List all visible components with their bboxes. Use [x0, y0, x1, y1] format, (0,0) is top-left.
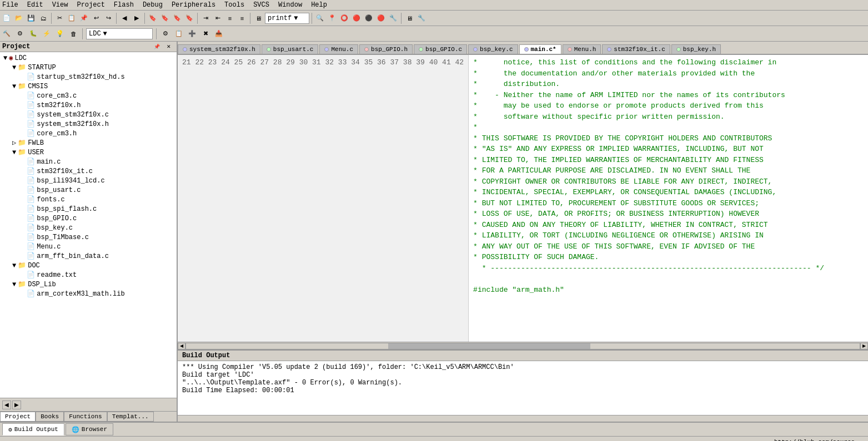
tree-item-fonts-c[interactable]: ▷📄fonts.c — [1, 195, 175, 204]
open-btn[interactable]: 📂 — [13, 12, 24, 24]
ldc-dropdown[interactable]: LDC ▼ — [86, 28, 153, 39]
code-content[interactable]: * notice, this list of conditions and th… — [469, 55, 868, 342]
tree-item-USER[interactable]: ▼📁USER — [1, 148, 175, 157]
copy-btn[interactable]: 📋 — [66, 12, 77, 24]
target-dropdown[interactable]: printf ▼ — [265, 13, 309, 24]
tab-Menu-h[interactable]: Menu.h — [563, 44, 601, 54]
tree-item-arm-fft-bin-data-c[interactable]: ▷📄arm_fft_bin_data.c — [1, 251, 175, 261]
tab-bsp-GPIO-c[interactable]: bsp_GPIO.c — [414, 44, 467, 54]
project-pin-btn[interactable]: 📌 — [151, 43, 162, 50]
menu-project[interactable]: Project — [77, 1, 104, 9]
tree-item-CMSIS[interactable]: ▼📁CMSIS — [1, 82, 175, 91]
proj-tab-Project[interactable]: Project — [0, 412, 36, 422]
tree-item-arm-cortexM3l-math-lib[interactable]: ▷📄arm_cortexM3l_math.lib — [1, 289, 175, 298]
menu-debug[interactable]: Debug — [143, 1, 163, 9]
scroll-left-btn[interactable]: ◀ — [178, 343, 185, 349]
navigate-back-btn[interactable]: ◀ — [119, 12, 130, 24]
proj-tab-Books[interactable]: Books — [36, 412, 64, 422]
add-btn[interactable]: ➕ — [187, 28, 198, 40]
debug-start-btn[interactable]: 🐛 — [28, 28, 39, 40]
build-scrollbar[interactable] — [178, 415, 868, 422]
menu-svcs[interactable]: SVCS — [253, 1, 269, 9]
undo-btn[interactable]: ↩ — [91, 12, 102, 24]
screen-btn[interactable]: 🖥 — [404, 12, 415, 24]
tree-item-core-cm3-c[interactable]: ▷📄core_cm3.c — [1, 91, 175, 100]
unindent-btn[interactable]: ⇤ — [212, 12, 223, 24]
tab-bsp-usart-c[interactable]: bsp_usart.c — [262, 44, 319, 54]
tree-item-bsp-ili9341-lcd-c[interactable]: ▷📄bsp_ili9341_lcd.c — [1, 176, 175, 185]
menu-edit[interactable]: Edit — [27, 1, 43, 9]
proj-tab-Functions[interactable]: Functions — [64, 412, 107, 422]
options-btn[interactable]: ⚙ — [160, 28, 171, 40]
horizontal-scrollbar[interactable]: ◀ ▶ — [178, 342, 868, 349]
tree-item-bsp-spi-flash-c[interactable]: ▷📄bsp_spi_flash.c — [1, 204, 175, 214]
menu-peripherals[interactable]: Peripherals — [172, 1, 215, 9]
bottom-tab-Build-Output[interactable]: ⚙Build Output — [2, 423, 64, 435]
tab-Menu-c[interactable]: Menu.c — [319, 44, 358, 54]
tab-bsp-key-h[interactable]: bsp_key.h — [671, 44, 721, 54]
redo-btn[interactable]: ↪ — [103, 12, 114, 24]
tab-main-c-[interactable]: main.c* — [519, 44, 561, 55]
search-btn[interactable]: 🔍 — [314, 12, 325, 24]
scroll-right-btn[interactable]: ▶ — [860, 343, 868, 349]
bookmark2-btn[interactable]: 🔖 — [159, 12, 170, 24]
tree-item-DSP-Lib[interactable]: ▼📁DSP_Lib — [1, 280, 175, 289]
tree-item-DOC[interactable]: ▼📁DOC — [1, 261, 175, 270]
paste-btn[interactable]: 📌 — [78, 12, 89, 24]
scroll-left-btn[interactable]: ◀ — [2, 401, 11, 409]
save-btn[interactable]: 💾 — [26, 12, 37, 24]
scrollbar-track[interactable] — [185, 343, 860, 349]
new-file-btn[interactable]: 📄 — [1, 12, 12, 24]
cut-btn[interactable]: ✂ — [54, 12, 65, 24]
tree-item-LDC[interactable]: ▼◉LDC — [1, 53, 175, 63]
save-all-btn[interactable]: 🗂 — [38, 12, 49, 24]
pin-btn[interactable]: 📍 — [327, 12, 338, 24]
menu-view[interactable]: View — [52, 1, 68, 9]
tab-system-stm32f10x-h[interactable]: system_stm32f10x.h — [178, 44, 260, 54]
tree-item-stm32f10x-it-c[interactable]: ▷📄stm32f10x_it.c — [1, 166, 175, 176]
tree-item-core-cm3-h[interactable]: ▷📄core_cm3.h — [1, 129, 175, 138]
tree-item-bsp-TiMbase-c[interactable]: ▷📄bsp_TiMbase.c — [1, 232, 175, 242]
tree-item-system-stm32f10x-c[interactable]: ▷📄system_stm32f10x.c — [1, 110, 175, 119]
tree-item-system-stm32f10x-h[interactable]: ▷📄system_stm32f10x.h — [1, 119, 175, 129]
col-align2-btn[interactable]: ≡ — [237, 12, 248, 24]
stop-btn[interactable]: 🔴 — [351, 12, 362, 24]
circle-btn[interactable]: ⭕ — [339, 12, 350, 24]
navigate-fwd-btn[interactable]: ▶ — [131, 12, 142, 24]
project-close-btn[interactable]: ✕ — [163, 43, 174, 50]
compile-btn[interactable]: ⚙ — [14, 28, 26, 40]
erase2-btn[interactable]: 🗑 — [68, 28, 79, 40]
tree-item-STARTUP[interactable]: ▼📁STARTUP — [1, 63, 175, 72]
import-btn[interactable]: 📥 — [213, 28, 224, 40]
tab-bsp-GPIO-h[interactable]: bsp_GPIO.h — [359, 44, 413, 54]
flash2-btn[interactable]: 💡 — [54, 28, 66, 40]
tree-item-FWLB[interactable]: ▷📁FWLB — [1, 138, 175, 148]
wrench-btn[interactable]: 🔧 — [416, 12, 427, 24]
tree-item-startup-stm32f10x-hd-s[interactable]: ▷📄startup_stm32f10x_hd.s — [1, 72, 175, 82]
bookmark3-btn[interactable]: 🔖 — [172, 12, 183, 24]
code-editor[interactable]: 21 22 23 24 25 26 27 28 29 30 31 32 33 3… — [178, 55, 868, 342]
erase-btn[interactable]: 🔴 — [375, 12, 387, 24]
tab-bsp-key-c[interactable]: bsp_key.c — [468, 44, 518, 54]
indent-btn[interactable]: ⇥ — [200, 12, 211, 24]
menu-flash[interactable]: Flash — [114, 1, 134, 9]
scrollbar-thumb[interactable] — [388, 343, 590, 349]
tree-item-bsp-GPIO-c[interactable]: ▷📄bsp_GPIO.c — [1, 214, 175, 223]
tree-item-bsp-key-c[interactable]: ▷📄bsp_key.c — [1, 223, 175, 232]
menu-file[interactable]: File — [2, 1, 18, 9]
manage-btn[interactable]: 📋 — [173, 28, 184, 40]
record-btn[interactable]: ⚫ — [363, 12, 374, 24]
tree-item-bsp-usart-c[interactable]: ▷📄bsp_usart.c — [1, 185, 175, 195]
menu-tools[interactable]: Tools — [224, 1, 244, 9]
tool-btn[interactable]: 🔧 — [388, 12, 399, 24]
build-all-btn[interactable]: 🔨 — [1, 28, 12, 40]
tree-item-Menu-c[interactable]: ▷📄Menu.c — [1, 242, 175, 251]
bookmark4-btn[interactable]: 🔖 — [184, 12, 195, 24]
proj-tab-Templat---[interactable]: Templat... — [107, 412, 154, 422]
tree-item-main-c[interactable]: ▷📄main.c — [1, 157, 175, 166]
bottom-tab-Browser[interactable]: 🌐Browser — [66, 423, 113, 435]
tab-stm32f10x-it-c[interactable]: stm32f10x_it.c — [602, 44, 670, 54]
tree-item-readme-txt[interactable]: ▷📄readme.txt — [1, 270, 175, 280]
tree-item-stm32f10x-h[interactable]: ▷📄stm32f10x.h — [1, 100, 175, 110]
scroll-right-btn[interactable]: ▶ — [12, 401, 21, 409]
